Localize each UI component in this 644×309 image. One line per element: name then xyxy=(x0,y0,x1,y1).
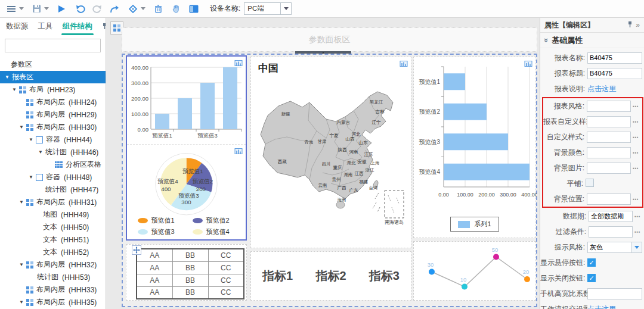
tab-tools[interactable]: 工具 xyxy=(38,18,53,36)
custom-style-input[interactable] xyxy=(587,132,631,143)
filter-more-button[interactable]: ⋯ xyxy=(633,229,642,235)
bg-color-more-button[interactable]: ⋯ xyxy=(631,149,640,156)
tree-item-参数区[interactable]: 参数区 xyxy=(0,58,106,71)
tab-datasource[interactable]: 数据源 xyxy=(6,18,29,36)
tree-item-报表区[interactable]: ▼报表区 xyxy=(0,71,106,83)
line-chart-panel[interactable]: 30105020 xyxy=(413,241,536,301)
bg-image-more-button[interactable]: ⋯ xyxy=(631,165,640,171)
section-basic-properties[interactable]: » 基础属性 xyxy=(540,33,644,48)
table-panel[interactable]: AABBCCAABBCCAABBCCAABBCC xyxy=(126,244,247,301)
tree-item-布局内层[interactable]: ▼布局内层(HHH35) xyxy=(0,296,106,308)
tree-item-地图[interactable]: 地图(HHH49) xyxy=(0,208,106,221)
table-cell[interactable]: BB xyxy=(172,261,208,274)
chart-type-icon[interactable] xyxy=(524,60,532,68)
format-brush-icon[interactable] xyxy=(128,2,138,15)
tree-item-布局[interactable]: ▼布局(HHH23) xyxy=(0,83,106,96)
tree-item-统计图[interactable]: ▼统计图(HHH46) xyxy=(0,146,106,158)
table-cell[interactable]: CC xyxy=(208,286,244,299)
tip-style-select[interactable] xyxy=(587,242,631,253)
data-period-input[interactable] xyxy=(589,211,633,222)
tip-style-dropdown-icon[interactable] xyxy=(631,242,642,253)
collapse-right-icon[interactable]: » xyxy=(636,21,640,29)
report-style-input[interactable] xyxy=(587,101,631,112)
tree-item-文本[interactable]: 文本(HHH51) xyxy=(0,233,106,246)
tree-expand-icon[interactable]: ▼ xyxy=(19,199,26,205)
table-cell[interactable]: CC xyxy=(208,274,244,286)
menu-caret-icon[interactable] xyxy=(19,7,24,10)
tree-expand-icon[interactable]: ▼ xyxy=(29,174,36,180)
search-input[interactable] xyxy=(5,39,103,52)
bg-image-input[interactable] xyxy=(587,163,631,174)
tree-expand-icon[interactable]: ▼ xyxy=(19,299,26,305)
tree-item-统计图[interactable]: 统计图(HHH53) xyxy=(0,271,106,283)
hand-icon[interactable] xyxy=(171,2,181,15)
tree-expand-icon[interactable]: ▼ xyxy=(5,74,12,80)
report-custom-style-more-button[interactable]: ⋯ xyxy=(631,118,640,125)
tree-expand-icon[interactable]: ▼ xyxy=(19,262,26,267)
tree-item-布局内层[interactable]: 布局内层(HHH33) xyxy=(0,283,106,296)
table-cell[interactable]: AA xyxy=(137,261,172,274)
data-period-more-button[interactable]: ⋯ xyxy=(633,213,642,220)
custom-style-more-button[interactable]: ⋯ xyxy=(631,134,640,141)
report-title-input[interactable] xyxy=(587,68,642,79)
tree-item-布局内层[interactable]: ▼布局内层(HHH32) xyxy=(0,258,106,271)
report-desc-link[interactable]: 点击这里 xyxy=(587,84,642,94)
tree-item-布局内层[interactable]: ▼布局内层(HHH31) xyxy=(0,196,106,208)
tree-item-统计图[interactable]: 统计图(HHH47) xyxy=(0,183,106,196)
save-icon[interactable] xyxy=(31,2,42,15)
table-cell[interactable]: AA xyxy=(137,286,172,299)
table-cell[interactable]: BB xyxy=(172,249,208,261)
table-cell[interactable]: CC xyxy=(208,249,244,261)
tab-component-structure[interactable]: 组件结构 xyxy=(63,18,92,36)
selected-container[interactable]: 0.00100.00200.00300.00400.00预览值1预览值3 预览值… xyxy=(126,55,247,241)
report-custom-style-input[interactable] xyxy=(587,116,631,127)
filter-input[interactable] xyxy=(589,226,633,238)
bg-position-more-button[interactable]: ⋯ xyxy=(631,196,640,202)
bar-chart-panel[interactable]: 0.00100.00200.00300.00400.00预览值1预览值3 xyxy=(127,57,246,145)
aspect-ratio-input[interactable] xyxy=(587,288,642,299)
table-cell[interactable]: CC xyxy=(208,261,244,274)
upload-icon[interactable] xyxy=(109,2,119,15)
tree-item-布局内层[interactable]: 布局内层(HHH29) xyxy=(0,108,106,121)
map-panel[interactable]: 中国 xyxy=(250,57,411,248)
format-caret-icon[interactable] xyxy=(141,7,145,10)
chart-type-icon[interactable] xyxy=(400,60,408,68)
workflow-link[interactable]: 点击这里 xyxy=(587,304,642,309)
device-select-dropdown-icon[interactable] xyxy=(280,3,291,14)
tree-item-文本[interactable]: 文本(HHH52) xyxy=(0,246,106,258)
tree-item-文本[interactable]: 文本(HHH50) xyxy=(0,221,106,233)
design-canvas[interactable]: 参数面板区 0.00100.00200.00300.00400.00预览值1预览… xyxy=(106,18,540,309)
tree-expand-icon[interactable]: ▼ xyxy=(19,124,26,130)
undo-icon[interactable] xyxy=(75,2,86,15)
tree-item-分析区表格[interactable]: 分析区表格 xyxy=(0,158,106,171)
parameter-panel-area[interactable]: 参数面板区 xyxy=(122,27,537,52)
table-cell[interactable]: AA xyxy=(137,249,172,261)
chart-type-icon[interactable] xyxy=(234,59,243,68)
delete-icon[interactable] xyxy=(153,2,163,15)
bg-position-input[interactable] xyxy=(587,193,631,205)
table-cell[interactable]: AA xyxy=(137,274,172,286)
run-icon[interactable] xyxy=(56,2,67,15)
pin-icon[interactable] xyxy=(627,21,633,30)
table-cell[interactable]: BB xyxy=(172,286,208,299)
menu-icon[interactable] xyxy=(6,2,17,15)
tree-expand-icon[interactable]: ▼ xyxy=(12,87,19,92)
tree-item-容器[interactable]: ▼容器(HHH48) xyxy=(0,171,106,183)
indicator-text-panel[interactable]: 指标1 指标2 指标3 xyxy=(250,251,411,301)
show-close-checkbox[interactable] xyxy=(587,274,596,282)
pie-chart-panel[interactable]: 预览值1预览值2200预览值3300预览值4400 预览值1预览值2预览值3预览… xyxy=(127,145,246,239)
show-hover-checkbox[interactable] xyxy=(587,258,596,267)
move-handle-icon[interactable] xyxy=(132,245,141,255)
hbar-chart-panel[interactable]: 0.00100.00200.00300.00400.00预览值1预览值2预览值3… xyxy=(413,57,536,238)
tree-expand-icon[interactable]: ▼ xyxy=(29,137,36,142)
redo-icon[interactable] xyxy=(92,2,103,15)
report-region[interactable]: 0.00100.00200.00300.00400.00预览值1预览值3 预览值… xyxy=(122,54,537,307)
bg-color-input[interactable] xyxy=(587,147,631,158)
tree-item-布局内层[interactable]: 布局内层(HHH24) xyxy=(0,96,106,108)
device-select[interactable]: PC端 xyxy=(244,2,292,15)
table-cell[interactable]: BB xyxy=(172,274,208,286)
tree-item-容器[interactable]: ▼容器(HHH44) xyxy=(0,133,106,146)
layout-panel-icon[interactable] xyxy=(188,2,199,15)
report-name-input[interactable] xyxy=(587,52,642,64)
report-style-more-button[interactable]: ⋯ xyxy=(631,103,640,110)
